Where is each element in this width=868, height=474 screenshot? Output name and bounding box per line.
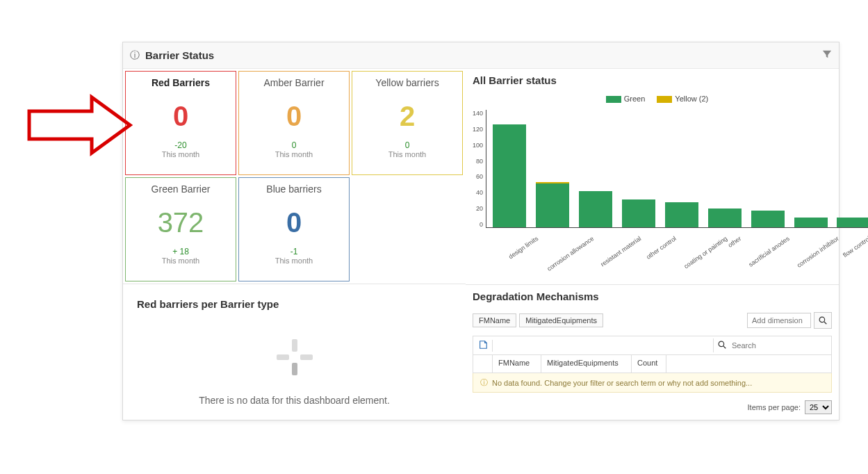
sub-panel-title: Degradation Mechanisms — [473, 291, 832, 302]
card-title: Yellow barriers — [375, 77, 439, 88]
card-title: Green Barrier — [152, 183, 211, 195]
card-period: This month — [275, 150, 313, 158]
card-delta: -20 — [174, 140, 186, 150]
legend-swatch-yellow — [657, 96, 672, 103]
red-barriers-per-type-panel: Red barriers per Barrier type There is n… — [123, 284, 466, 420]
dimension-search-button[interactable] — [814, 312, 832, 329]
svg-point-5 — [819, 317, 825, 322]
search-icon — [819, 316, 827, 325]
svg-rect-1 — [292, 339, 297, 352]
card-period: This month — [388, 150, 426, 158]
no-data-text: There is no data for this dashboard elem… — [199, 395, 390, 406]
legend-label-yellow: Yellow (2) — [675, 95, 708, 103]
svg-line-6 — [824, 322, 826, 324]
annotation-arrow — [22, 90, 133, 160]
legend-swatch-green — [606, 96, 621, 103]
yellow-barriers-card[interactable]: Yellow barriers 2 0 This month — [352, 71, 463, 175]
card-value: 0 — [286, 207, 302, 238]
panel-header: ⓘ Barrier Status — [123, 42, 839, 69]
column-fmname[interactable]: FMName — [493, 355, 541, 373]
dimension-tag-fmname[interactable]: FMName — [473, 313, 516, 327]
pager: Items per page: 25 — [473, 393, 832, 414]
info-icon: ⓘ — [480, 377, 488, 388]
table-search — [713, 338, 831, 352]
dimension-tag-mitigated[interactable]: MitigatedEquipments — [519, 313, 603, 327]
svg-point-7 — [719, 341, 724, 347]
search-icon — [718, 341, 726, 351]
chart-y-axis: 140120100806040200 — [473, 110, 486, 228]
svg-rect-2 — [292, 363, 297, 375]
svg-rect-3 — [277, 354, 289, 360]
column-count[interactable]: Count — [632, 355, 666, 373]
card-value: 372 — [158, 207, 204, 238]
card-value: 0 — [286, 101, 302, 132]
export-icon[interactable] — [473, 340, 493, 352]
dimension-row: FMName MitigatedEquipments — [473, 312, 832, 329]
red-barriers-card[interactable]: Red Barriers 0 -20 This month — [125, 71, 236, 175]
sub-panel-title: Red barriers per Barrier type — [137, 298, 279, 310]
chart-legend: Green Yellow (2) — [473, 95, 832, 103]
table-no-data-row: ⓘ No data found. Change your filter or s… — [473, 373, 832, 393]
card-title: Blue barriers — [266, 183, 321, 195]
blue-barriers-card[interactable]: Blue barriers 0 -1 This month — [238, 177, 350, 281]
card-value: 2 — [400, 101, 415, 132]
table-search-input[interactable] — [729, 338, 827, 352]
barrier-status-panel: ⓘ Barrier Status Red Barriers 0 -20 This… — [122, 42, 840, 420]
svg-marker-0 — [29, 97, 130, 153]
items-per-page-select[interactable]: 25 — [805, 400, 832, 414]
card-period: This month — [275, 256, 313, 265]
amber-barrier-card[interactable]: Amber Barrier 0 0 This month — [238, 71, 350, 175]
green-barrier-card[interactable]: Green Barrier 372 + 18 This month — [125, 177, 236, 281]
info-icon[interactable]: ⓘ — [130, 49, 140, 62]
card-period: This month — [162, 150, 199, 158]
table-toolbar — [473, 336, 832, 355]
card-delta: -1 — [290, 247, 298, 256]
column-mitigated[interactable]: MitigatedEquipments — [541, 355, 632, 373]
chart-title: All Barrier status — [473, 74, 832, 86]
card-title: Amber Barrier — [263, 77, 324, 88]
card-title: Red Barriers — [152, 77, 210, 88]
no-data-message: No data found. Change your filter or sea… — [492, 379, 752, 387]
no-data-icon — [274, 336, 316, 381]
filter-icon[interactable] — [822, 49, 832, 61]
card-value: 0 — [173, 101, 188, 132]
panel-title: Barrier Status — [145, 49, 822, 61]
legend-label-green: Green — [624, 95, 646, 103]
table-header: FMName MitigatedEquipments Count — [473, 355, 832, 373]
svg-rect-4 — [300, 354, 313, 360]
card-delta: 0 — [292, 140, 297, 150]
degradation-mechanisms-panel: Degradation Mechanisms FMName MitigatedE… — [466, 284, 839, 420]
card-period: This month — [162, 256, 199, 265]
add-dimension-input[interactable] — [747, 313, 811, 328]
chart-bars — [486, 110, 868, 228]
card-delta: 0 — [405, 140, 410, 150]
pager-label: Items per page: — [748, 403, 801, 411]
status-cards-grid: Red Barriers 0 -20 This month Amber Barr… — [123, 69, 466, 284]
all-barrier-status-chart: All Barrier status Green Yellow (2) 1401… — [466, 69, 839, 284]
column-checkbox[interactable] — [473, 355, 493, 373]
svg-line-8 — [723, 345, 726, 348]
card-delta: + 18 — [172, 247, 189, 256]
chart-x-labels: design limitscorrosion allowanceresistan… — [507, 228, 868, 270]
